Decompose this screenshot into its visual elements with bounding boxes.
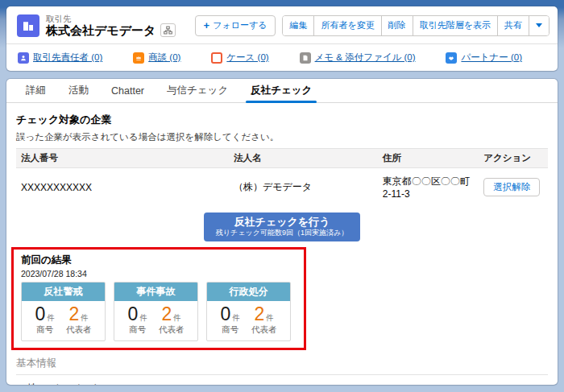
count-value: 0 [128, 305, 139, 324]
metric-representative: 2件 代表者 [159, 305, 185, 336]
more-actions-dropdown[interactable] [529, 16, 549, 35]
count-value: 0 [221, 305, 231, 324]
result-card-title: 事件事故 [114, 283, 197, 301]
case-icon [211, 52, 222, 64]
follow-button[interactable]: + フォローする [195, 15, 276, 36]
record-header-row: 取引先 株式会社デモデータ + フォロ [6, 6, 558, 43]
basic-info-company-name: （株）デモデータ [16, 382, 548, 385]
count-unit: 件 [81, 313, 89, 324]
account-icon [17, 14, 39, 37]
basic-info-section-title: 基本情報 [16, 357, 548, 375]
metric-label: 代表者 [66, 324, 92, 336]
count-unit: 件 [266, 313, 274, 324]
count-value: 2 [161, 305, 172, 324]
related-lists-row: 取引先責任者 (0) 商談 (0) ケース (0) メモ & 添付ファイル (0… [6, 44, 558, 71]
tab-credit-check[interactable]: 与信チェック [156, 79, 239, 102]
tab-bar: 詳細 活動 Chatter 与信チェック 反社チェック [6, 79, 558, 103]
count-value: 2 [254, 305, 264, 324]
table-header-row: 法人番号 法人名 住所 アクション [16, 148, 548, 168]
previous-result-title: 前回の結果 [21, 254, 297, 267]
record-header-card: 取引先 株式会社デモデータ + フォロ [6, 6, 558, 71]
partner-icon [446, 52, 457, 64]
record-action-group: 編集 所有者を変更 削除 取引先階層を表示 共有 [282, 15, 549, 36]
result-card-administrative-action: 行政処分 0件 商号 2件 代表者 [206, 282, 291, 341]
record-type-label: 取引先 [46, 14, 176, 23]
run-antisocial-check-button[interactable]: 反社チェックを行う 残りチェック可能数9回（1回実施済み） [204, 213, 360, 241]
tab-chatter[interactable]: Chatter [100, 79, 156, 102]
metric-trade-name: 0件 商号 [35, 305, 55, 336]
check-target-section-title: チェック対象の企業 [16, 113, 548, 127]
check-target-table: 法人番号 法人名 住所 アクション XXXXXXXXXXX （株）デモデータ 東… [16, 148, 548, 208]
view-account-hierarchy-button[interactable]: 取引先階層を表示 [413, 16, 497, 35]
chevron-down-icon [536, 23, 542, 27]
related-notes-attachments-item: メモ & 添付ファイル (0) [300, 52, 416, 64]
header-actions: + フォローする 編集 所有者を変更 削除 取引先階層を表示 共有 [195, 15, 549, 36]
count-unit: 件 [173, 313, 181, 324]
result-card-incident-accident: 事件事故 0件 商号 2件 代表者 [114, 282, 198, 341]
count-unit: 件 [232, 313, 240, 324]
metric-representative: 2件 代表者 [66, 305, 92, 336]
column-header-corporate-number: 法人番号 [16, 149, 229, 167]
record-detail-card: 詳細 活動 Chatter 与信チェック 反社チェック チェック対象の企業 誤っ… [6, 79, 558, 385]
annotation-box: 前回の結果 2023/07/28 18:34 反社警戒 0件 商号 2件 代表者 [11, 247, 306, 350]
cell-corporate-number: XXXXXXXXXXX [16, 175, 229, 201]
contact-icon [18, 52, 29, 64]
related-cases-item: ケース (0) [211, 52, 268, 64]
note-attachment-icon [300, 52, 311, 64]
metric-label: 商号 [35, 324, 55, 336]
cta-label: 反社チェックを行う [216, 216, 348, 228]
share-button[interactable]: 共有 [497, 16, 529, 35]
tab-activity[interactable]: 活動 [57, 79, 100, 102]
related-opportunities-link[interactable]: 商談 (0) [148, 52, 180, 64]
metric-trade-name: 0件 商号 [128, 305, 147, 336]
column-header-address: 住所 [378, 149, 479, 167]
tab-details[interactable]: 詳細 [15, 79, 57, 102]
opportunity-icon [133, 52, 144, 64]
plus-icon: + [204, 19, 210, 31]
result-cards: 反社警戒 0件 商号 2件 代表者 事件事故 [21, 282, 297, 341]
related-cases-link[interactable]: ケース (0) [226, 52, 268, 64]
metric-representative: 2件 代表者 [251, 305, 277, 336]
record-title-block: 取引先 株式会社デモデータ [46, 14, 176, 38]
page-title: 株式会社デモデータ [46, 23, 156, 38]
tab-content: チェック対象の企業 誤った企業が表示されている場合は選択を解除してください。 法… [6, 103, 558, 385]
result-card-title: 行政処分 [207, 283, 290, 301]
metric-label: 商号 [221, 324, 240, 336]
count-value: 0 [35, 305, 46, 324]
table-row: XXXXXXXXXXX （株）デモデータ 東京都〇〇区〇〇町2-11-3 選択解… [16, 168, 548, 208]
tab-antisocial-check[interactable]: 反社チェック [239, 79, 323, 102]
previous-result-timestamp: 2023/07/28 18:34 [21, 269, 297, 279]
delete-button[interactable]: 削除 [381, 16, 413, 35]
cell-corporate-name: （株）デモデータ [229, 174, 378, 202]
follow-button-label: フォローする [213, 19, 267, 31]
result-card-title: 反社警戒 [22, 283, 105, 301]
related-contacts-item: 取引先責任者 (0) [18, 52, 102, 64]
count-value: 2 [68, 305, 79, 324]
unselect-button[interactable]: 選択解除 [483, 178, 540, 196]
metric-label: 代表者 [251, 324, 277, 336]
related-notes-attachments-link[interactable]: メモ & 添付ファイル (0) [315, 52, 416, 64]
related-partners-link[interactable]: パートナー (0) [461, 52, 522, 64]
count-unit: 件 [139, 313, 147, 324]
metric-label: 代表者 [159, 324, 185, 336]
metric-trade-name: 0件 商号 [221, 305, 240, 336]
change-owner-button[interactable]: 所有者を変更 [313, 16, 380, 35]
hierarchy-icon[interactable] [160, 23, 176, 37]
building-icon [21, 19, 35, 33]
cta-remaining-count: 残りチェック可能数9回（1回実施済み） [216, 229, 348, 237]
related-contacts-link[interactable]: 取引先責任者 (0) [33, 52, 102, 64]
column-header-corporate-name: 法人名 [229, 149, 378, 167]
metric-label: 商号 [128, 324, 147, 336]
column-header-action: アクション [479, 149, 548, 167]
check-target-description: 誤った企業が表示されている場合は選択を解除してください。 [16, 131, 548, 143]
count-unit: 件 [47, 313, 55, 324]
result-card-antisocial-warning: 反社警戒 0件 商号 2件 代表者 [21, 282, 106, 341]
cell-address: 東京都〇〇区〇〇町2-11-3 [378, 168, 479, 208]
edit-button[interactable]: 編集 [283, 16, 313, 35]
related-opportunities-item: 商談 (0) [133, 52, 180, 64]
related-partners-item: パートナー (0) [446, 52, 522, 64]
